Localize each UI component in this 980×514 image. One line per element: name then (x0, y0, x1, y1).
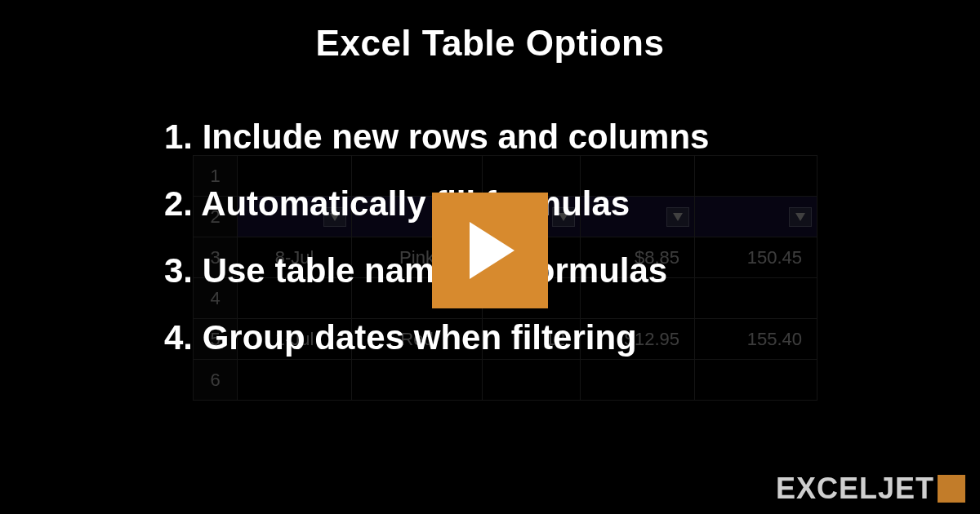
svg-marker-5 (470, 222, 514, 279)
list-item: 4. Group dates when filtering (154, 318, 709, 357)
brand-logo: EXCELJET (776, 472, 965, 506)
video-thumbnail: Excel Table Options 1 2 (0, 0, 980, 514)
cell (695, 360, 817, 401)
bullet-text: Automatically fill formulas (201, 184, 630, 223)
filter-dropdown-icon (789, 207, 812, 227)
play-button[interactable] (432, 193, 548, 308)
bullet-number: 3. (154, 251, 193, 290)
bullet-text: Include new rows and columns (203, 117, 710, 156)
cell (695, 156, 817, 197)
cell (695, 278, 817, 319)
cell: 155.40 (695, 319, 817, 360)
slide-title: Excel Table Options (0, 23, 980, 64)
play-icon (466, 222, 514, 279)
bullet-number: 4. (154, 318, 193, 357)
bullet-text: Group dates when filtering (203, 318, 637, 357)
cell: 150.45 (695, 237, 817, 278)
list-item: 1. Include new rows and columns (154, 117, 709, 157)
brand-mark-icon (938, 475, 965, 503)
brand-text: EXCELJET (776, 472, 934, 506)
bullet-number: 2. (154, 184, 193, 224)
bullet-number: 1. (154, 117, 193, 157)
table-header-cell (695, 197, 817, 237)
svg-marker-4 (795, 213, 805, 221)
